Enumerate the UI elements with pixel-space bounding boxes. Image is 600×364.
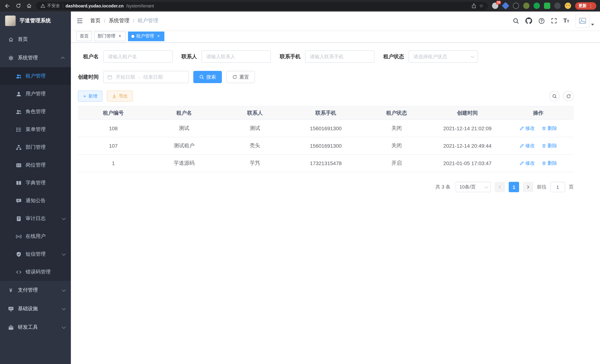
- next-page-button[interactable]: [523, 182, 533, 192]
- share-button[interactable]: [471, 3, 477, 8]
- refresh-icon: [566, 94, 571, 99]
- sidebar-item-sms[interactable]: 短信管理: [0, 245, 71, 263]
- user-menu[interactable]: [575, 14, 594, 28]
- page-size-select[interactable]: 10条/页: [456, 182, 491, 192]
- tab-home[interactable]: 首页: [76, 31, 92, 41]
- page-number-button[interactable]: 1: [509, 182, 519, 192]
- extension-icon-6[interactable]: [544, 3, 550, 9]
- edit-link[interactable]: 修改: [519, 160, 535, 167]
- help-button[interactable]: [538, 18, 545, 24]
- sidebar-item-system[interactable]: 系统管理: [0, 49, 71, 67]
- browser-reload-button[interactable]: [14, 2, 22, 9]
- font-size-button[interactable]: TT: [563, 18, 569, 24]
- sidebar-item-tenant[interactable]: 租户管理: [0, 67, 71, 85]
- add-button-label: 新增: [88, 93, 97, 99]
- column-header-status: 租户状态: [361, 106, 432, 120]
- tab-tenant[interactable]: 租户管理 ×: [128, 31, 164, 41]
- tenant-name-input[interactable]: [103, 50, 173, 63]
- breadcrumb-system[interactable]: 系统管理: [109, 18, 130, 24]
- close-icon[interactable]: ×: [156, 34, 161, 39]
- broken-image-icon: [579, 17, 586, 25]
- sidebar-item-menu[interactable]: 菜单管理: [0, 121, 71, 138]
- cell-phone: 15601691300: [290, 137, 361, 155]
- breadcrumb-home[interactable]: 首页: [90, 18, 101, 24]
- phone-input[interactable]: [305, 50, 375, 63]
- breadcrumb-separator: /: [104, 18, 105, 24]
- sidebar-item-payment[interactable]: ¥ 支付管理: [0, 281, 71, 299]
- github-button[interactable]: [525, 18, 532, 24]
- extension-icon-4[interactable]: [523, 3, 529, 9]
- tenant-table: 租户编号 租户名 联系人 联系手机 租户状态 创建时间 操作 108 测试: [78, 106, 574, 172]
- sidebar: 芋道管理系统 首页 系统管理 租户管理: [0, 11, 71, 364]
- status-select[interactable]: 请选择租户状态: [409, 50, 478, 63]
- sidebar-item-dev-tools[interactable]: 研发工具: [0, 318, 71, 336]
- add-button[interactable]: + 新增: [78, 91, 103, 102]
- sidebar-item-label: 系统管理: [18, 55, 38, 61]
- column-header-name: 租户名: [149, 106, 220, 120]
- sidebar-item-user[interactable]: 用户管理: [0, 85, 71, 103]
- post-badge-icon: [16, 162, 21, 168]
- delete-link[interactable]: 删除: [542, 160, 557, 167]
- edit-pencil-icon: [519, 144, 524, 148]
- table-header-row: 租户编号 租户名 联系人 联系手机 租户状态 创建时间 操作: [78, 106, 574, 120]
- cell-contact: 测试: [219, 120, 290, 137]
- sidebar-item-dept[interactable]: 部门管理: [0, 138, 71, 156]
- header-search-button[interactable]: [513, 18, 519, 24]
- refresh-icon: [232, 75, 237, 79]
- security-chip[interactable]: 不安全: [40, 3, 60, 9]
- cell-tenant-name: 测试租户: [149, 137, 220, 155]
- export-button[interactable]: 导出: [107, 91, 133, 102]
- security-label: 不安全: [47, 3, 60, 9]
- sidebar-item-infrastructure[interactable]: 基础设施: [0, 299, 71, 318]
- tab-dept[interactable]: 部门管理 ×: [94, 31, 126, 41]
- browser-update-button[interactable]: 更新 ⋮: [575, 2, 596, 9]
- goto-page-input[interactable]: [550, 182, 565, 192]
- tags-view-bar: 首页 部门管理 × 租户管理 ×: [71, 30, 600, 43]
- extension-icon-2[interactable]: [502, 2, 509, 10]
- breadcrumb-current: 租户管理: [138, 18, 159, 24]
- fullscreen-button[interactable]: [551, 18, 557, 24]
- extension-icon-5[interactable]: [534, 3, 540, 9]
- sidebar-item-error-code[interactable]: 错误码管理: [0, 263, 71, 281]
- reset-button[interactable]: 重置: [226, 71, 255, 83]
- sidebar-item-role[interactable]: 角色管理: [0, 103, 71, 121]
- cell-actions: 修改删除: [503, 120, 574, 137]
- chevron-down-icon: [62, 216, 66, 220]
- extension-icon-1[interactable]: 10: [492, 3, 498, 9]
- browser-home-button[interactable]: [25, 2, 33, 9]
- date-range-picker[interactable]: 开始日期 - 结束日期: [103, 71, 189, 83]
- edit-link[interactable]: 修改: [519, 125, 535, 132]
- address-bar[interactable]: 不安全 dashboard.yudao.iocoder.cn/system/te…: [36, 2, 488, 10]
- toggle-search-button[interactable]: [549, 91, 560, 101]
- sidebar-item-home[interactable]: 首页: [0, 30, 71, 49]
- table-row: 107 测试租户 秃头 15601691300 关闭 2021-12-14 20…: [78, 137, 574, 155]
- bookmark-star-icon[interactable]: ☆: [479, 3, 484, 8]
- share-icon: [471, 3, 477, 8]
- sidebar-collapse-button[interactable]: [71, 11, 89, 30]
- sidebar-item-label: 支付管理: [18, 287, 38, 293]
- sidebar-item-notice[interactable]: 通知公告: [0, 192, 71, 210]
- filter-phone: 联系手机: [280, 50, 375, 63]
- edit-link[interactable]: 修改: [519, 142, 535, 149]
- cell-tenant-id: 108: [78, 120, 149, 137]
- search-button[interactable]: 搜索: [193, 71, 222, 83]
- sidebar-item-audit-log[interactable]: 审计日志: [0, 210, 71, 227]
- date-end-placeholder: 结束日期: [143, 74, 163, 80]
- extension-icon-3[interactable]: [513, 3, 519, 9]
- extensions-puzzle-icon[interactable]: [554, 3, 561, 9]
- browser-back-button[interactable]: [4, 2, 11, 9]
- sidebar-item-online-users[interactable]: 在线用户: [0, 227, 71, 245]
- sidebar-item-label: 在线用户: [26, 233, 46, 240]
- delete-link[interactable]: 删除: [542, 142, 557, 149]
- column-header-phone: 联系手机: [290, 106, 361, 120]
- edit-label: 修改: [525, 160, 535, 167]
- sidebar-item-post[interactable]: 岗位管理: [0, 156, 71, 174]
- profile-avatar-icon[interactable]: [565, 3, 571, 9]
- contact-input[interactable]: [201, 50, 271, 63]
- refresh-table-button[interactable]: [563, 91, 574, 101]
- close-icon[interactable]: ×: [117, 34, 122, 39]
- delete-link[interactable]: 删除: [542, 125, 557, 132]
- sidebar-item-dict[interactable]: 字典管理: [0, 174, 71, 192]
- prev-page-button[interactable]: [495, 182, 505, 192]
- sidebar-logo[interactable]: 芋道管理系统: [0, 11, 71, 30]
